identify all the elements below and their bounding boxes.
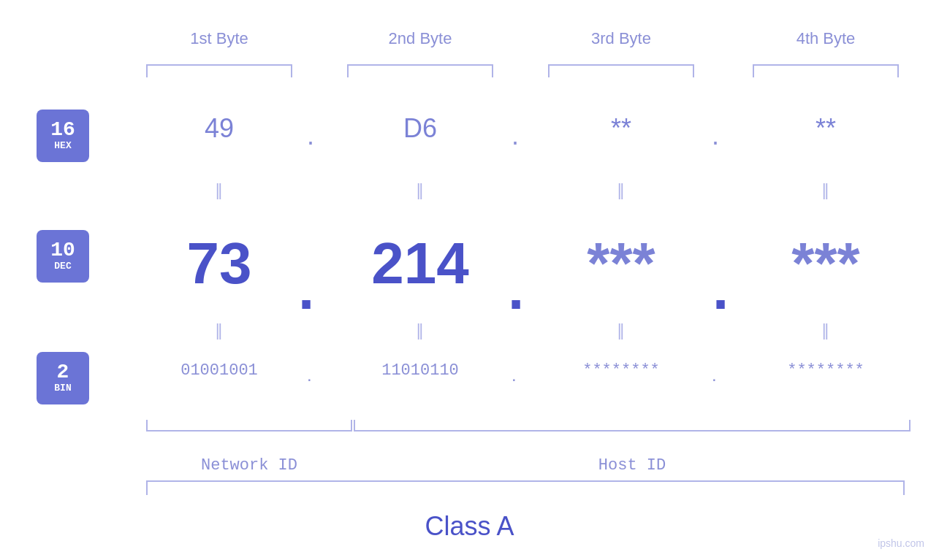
col2-header: 2nd Byte: [347, 29, 493, 48]
hex-badge-num: 16: [50, 120, 75, 140]
dec-val-col1: 73: [146, 230, 292, 297]
hex-val-col3: **: [548, 113, 694, 144]
outer-bracket-right: [903, 480, 905, 495]
bracket-top-1: [146, 64, 292, 77]
bin-badge: 2 BIN: [37, 352, 89, 404]
bin-badge-label: BIN: [54, 383, 71, 394]
hex-val-col2: D6: [347, 113, 493, 144]
host-id-label: Host ID: [354, 456, 911, 475]
hex-badge-label: HEX: [54, 140, 71, 152]
hex-dot-1: .: [307, 120, 314, 151]
outer-bracket-top: [146, 480, 905, 482]
dec-val-col4: ***: [753, 230, 899, 297]
watermark: ipshu.com: [878, 537, 924, 549]
hex-dot-2: .: [512, 120, 519, 151]
dec-dot-1: .: [298, 256, 314, 323]
dec-dot-2: .: [508, 256, 524, 323]
bin-val-col4: ********: [753, 361, 899, 380]
eq-dec-bin-1: ‖: [146, 321, 292, 340]
dec-val-col3: ***: [548, 230, 694, 297]
hex-dot-3: .: [712, 120, 719, 151]
bin-val-col2: 11010110: [347, 361, 493, 380]
bin-dot-1: .: [307, 365, 312, 386]
bin-badge-num: 2: [57, 362, 69, 383]
eq-hex-dec-2: ‖: [347, 181, 493, 200]
col1-header: 1st Byte: [146, 29, 292, 48]
outer-bracket-left: [146, 480, 148, 495]
dec-val-col2: 214: [347, 230, 493, 297]
eq-hex-dec-1: ‖: [146, 181, 292, 200]
dec-badge-label: DEC: [54, 261, 71, 272]
col3-header: 3rd Byte: [548, 29, 694, 48]
col4-header: 4th Byte: [753, 29, 899, 48]
network-id-label: Network ID: [146, 456, 352, 475]
bin-val-col3: ********: [548, 361, 694, 380]
hex-val-col1: 49: [146, 113, 292, 144]
bracket-top-4: [753, 64, 899, 77]
dec-dot-3: .: [712, 256, 729, 323]
eq-hex-dec-3: ‖: [548, 181, 694, 200]
dec-badge: 10 DEC: [37, 230, 89, 283]
hex-val-col4: **: [753, 113, 899, 144]
host-id-bracket: [354, 420, 911, 431]
network-id-bracket: [146, 420, 352, 431]
eq-dec-bin-4: ‖: [753, 321, 899, 340]
bin-dot-2: .: [512, 365, 517, 386]
bin-val-col1: 01001001: [146, 361, 292, 380]
main-container: 16 HEX 10 DEC 2 BIN 1st Byte 2nd Byte 3r…: [0, 0, 939, 560]
eq-dec-bin-2: ‖: [347, 321, 493, 340]
bin-dot-3: .: [712, 365, 717, 386]
hex-badge: 16 HEX: [37, 110, 89, 162]
bracket-top-2: [347, 64, 493, 77]
class-label: Class A: [0, 511, 939, 542]
dec-badge-num: 10: [50, 240, 75, 261]
eq-hex-dec-4: ‖: [753, 181, 899, 200]
bracket-top-3: [548, 64, 694, 77]
eq-dec-bin-3: ‖: [548, 321, 694, 340]
